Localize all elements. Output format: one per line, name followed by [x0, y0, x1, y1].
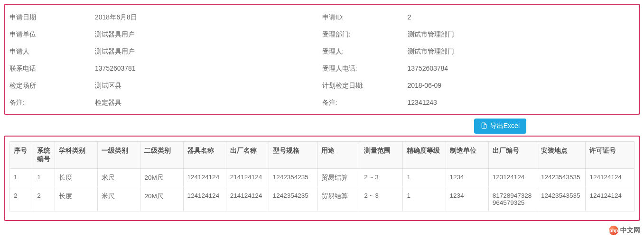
info-cell: 受理部门:测试市管理部门 [322, 30, 635, 39]
table-header-cell: 精确度等级 [403, 142, 446, 169]
table-header-cell: 出厂编号 [488, 142, 537, 169]
info-cell: 受理人:测试市管理部门 [322, 47, 635, 56]
info-label: 计划检定日期: [322, 82, 408, 90]
info-cell: 计划检定日期:2018-06-09 [322, 82, 635, 90]
table-cell: 2 ~ 3 [360, 187, 403, 211]
table-header-row: 序号系统编号学科类别一级类别二级类别器具名称出厂名称型号规格用途测量范围精确度等… [10, 142, 635, 169]
info-label: 受理部门: [322, 30, 408, 39]
info-row: 申请单位测试器具用户受理部门:测试市管理部门 [9, 30, 635, 39]
table-cell: 1 [403, 169, 446, 187]
table-header-cell: 系统编号 [33, 142, 55, 169]
table-header-cell: 许可证号 [586, 142, 635, 169]
table-cell: 1242354235 [269, 187, 317, 211]
table-cell: 12423543535 [537, 169, 586, 187]
table-cell: 2 ~ 3 [360, 169, 403, 187]
table-cell: 1 [33, 169, 55, 187]
table-cell: 贸易结算 [317, 169, 360, 187]
info-label: 申请日期 [9, 13, 95, 22]
info-row: 联系电话13752603781受理人电话:13752603784 [9, 64, 635, 73]
table-header-cell: 学科类别 [55, 142, 98, 169]
info-value: 2 [408, 13, 411, 22]
table-cell: 81728947328964579325 [488, 187, 537, 211]
table-row: 11长度米尺20M尺1241241242141241241242354235贸易… [10, 169, 635, 187]
info-value: 13752603784 [408, 64, 448, 73]
export-excel-button[interactable]: 导出Excel [474, 119, 526, 134]
table-header-cell: 用途 [317, 142, 360, 169]
info-cell: 备注:检定器具 [9, 99, 322, 107]
info-cell: 申请人测试器具用户 [9, 47, 322, 56]
info-value: 测试器具用户 [95, 47, 135, 56]
table-header-cell: 二级类别 [140, 142, 183, 169]
table-header-cell: 序号 [10, 142, 33, 169]
info-label: 受理人电话: [322, 64, 408, 73]
table-cell: 长度 [55, 187, 98, 211]
table-panel: 序号系统编号学科类别一级类别二级类别器具名称出厂名称型号规格用途测量范围精确度等… [4, 136, 640, 221]
info-cell: 申请单位测试器具用户 [9, 30, 322, 39]
table-cell: 124124124 [586, 169, 635, 187]
info-value: 测试市管理部门 [408, 30, 454, 39]
info-cell: 申请日期2018年6月8日 [9, 13, 322, 22]
info-cell: 备注:12341243 [322, 99, 635, 107]
info-row: 备注:检定器具备注:12341243 [9, 99, 635, 107]
table-cell: 2 [10, 187, 33, 211]
info-label: 申请人 [9, 47, 95, 56]
table-cell: 20M尺 [140, 187, 183, 211]
table-header-cell: 出厂名称 [226, 142, 269, 169]
export-row: 导出Excel [4, 119, 640, 134]
table-cell: 1242354235 [269, 169, 317, 187]
table-header-cell: 制造单位 [446, 142, 488, 169]
info-value: 2018-06-09 [408, 82, 442, 90]
info-cell: 申请ID:2 [322, 13, 635, 22]
info-value: 13752603781 [95, 64, 136, 73]
document-icon [481, 122, 487, 130]
table-cell: 米尺 [98, 187, 140, 211]
table-header-cell: 测量范围 [360, 142, 403, 169]
info-cell: 受理人电话:13752603784 [322, 64, 635, 73]
data-table: 序号系统编号学科类别一级类别二级类别器具名称出厂名称型号规格用途测量范围精确度等… [9, 141, 635, 211]
info-value: 测试区县 [95, 82, 121, 90]
table-cell: 214124124 [226, 169, 269, 187]
table-cell: 20M尺 [140, 169, 183, 187]
info-label: 备注: [9, 99, 95, 107]
info-label: 申请单位 [9, 30, 95, 39]
table-cell: 124124124 [586, 187, 635, 211]
table-cell: 123124124 [488, 169, 537, 187]
table-header-cell: 型号规格 [269, 142, 317, 169]
info-label: 受理人: [322, 47, 408, 56]
info-row: 申请日期2018年6月8日申请ID:2 [9, 13, 635, 22]
table-cell: 12423543535 [537, 187, 586, 211]
table-header-cell: 一级类别 [98, 142, 140, 169]
info-row: 申请人测试器具用户受理人:测试市管理部门 [9, 47, 635, 56]
table-cell: 1 [10, 169, 33, 187]
info-value: 测试市管理部门 [408, 47, 454, 56]
info-cell: 联系电话13752603781 [9, 64, 322, 73]
table-cell: 124124124 [183, 187, 226, 211]
table-header-cell: 器具名称 [183, 142, 226, 169]
info-value: 2018年6月8日 [95, 13, 137, 22]
info-label: 备注: [322, 99, 408, 107]
table-cell: 214124124 [226, 187, 269, 211]
info-cell: 检定场所测试区县 [9, 82, 322, 90]
table-cell: 贸易结算 [317, 187, 360, 211]
table-cell: 124124124 [183, 169, 226, 187]
info-label: 检定场所 [9, 82, 95, 90]
table-row: 22长度米尺20M尺1241241242141241241242354235贸易… [10, 187, 635, 211]
info-panel: 申请日期2018年6月8日申请ID:2申请单位测试器具用户受理部门:测试市管理部… [4, 4, 640, 115]
table-cell: 米尺 [98, 169, 140, 187]
table-cell: 1234 [446, 187, 488, 211]
table-cell: 1234 [446, 169, 488, 187]
table-cell: 1 [403, 187, 446, 211]
info-row: 检定场所测试区县计划检定日期:2018-06-09 [9, 82, 635, 90]
table-cell: 2 [33, 187, 55, 211]
info-value: 12341243 [408, 99, 437, 107]
info-value: 检定器具 [95, 99, 121, 107]
export-button-label: 导出Excel [490, 122, 520, 130]
table-header-cell: 安装地点 [537, 142, 586, 169]
table-cell: 长度 [55, 169, 98, 187]
info-label: 联系电话 [9, 64, 95, 73]
info-label: 申请ID: [322, 13, 408, 22]
info-value: 测试器具用户 [95, 30, 135, 39]
